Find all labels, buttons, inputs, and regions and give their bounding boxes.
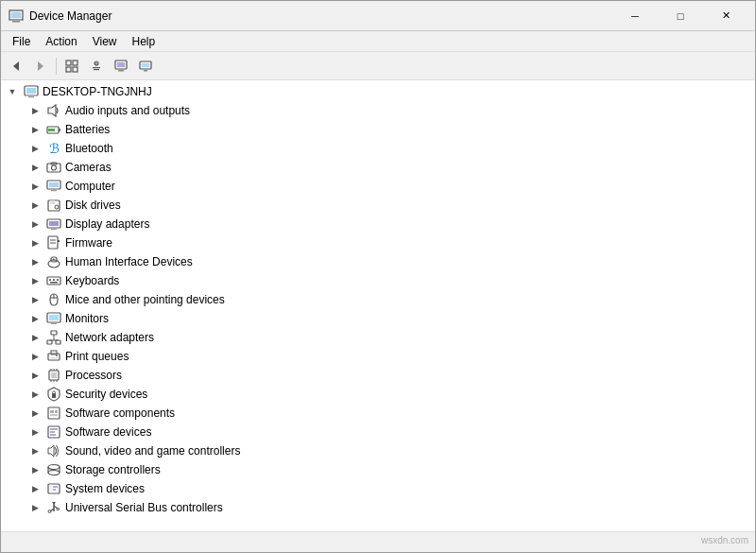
tree-item[interactable]: ▶Display adapters	[1, 215, 755, 233]
item-label: Firmware	[65, 236, 112, 250]
tree-item[interactable]: ▶Batteries	[1, 120, 755, 139]
tree-item[interactable]: ▶Network adapters	[1, 328, 755, 347]
tree-item[interactable]: ▶Mice and other pointing devices	[1, 290, 755, 309]
close-button[interactable]: ✕	[704, 7, 747, 26]
svg-rect-59	[51, 331, 57, 335]
expand-icon[interactable]: ▶	[27, 160, 43, 175]
item-icon	[46, 179, 61, 194]
item-label: Computer	[65, 180, 115, 193]
expand-icon[interactable]: ▶	[27, 292, 43, 307]
svg-rect-61	[56, 340, 60, 344]
tree-item[interactable]: ▶System devices	[1, 479, 755, 498]
tree-item[interactable]: ▶ℬBluetooth	[1, 139, 755, 158]
tree-item[interactable]: ▶Processors	[1, 366, 755, 385]
svg-rect-12	[94, 69, 99, 70]
expand-icon[interactable]: ▶	[27, 273, 43, 288]
item-label: Network adapters	[65, 331, 154, 344]
expand-icon[interactable]: ▶	[27, 406, 43, 421]
item-label: Bluetooth	[65, 142, 113, 155]
show-hide-button[interactable]	[60, 56, 83, 77]
svg-rect-43	[58, 240, 60, 242]
expand-icon[interactable]: ▶	[27, 122, 43, 137]
root-label: DESKTOP-TNGJNHJ	[43, 85, 152, 98]
toolbar-separator-1	[56, 58, 57, 75]
svg-rect-27	[48, 129, 55, 131]
svg-rect-57	[49, 315, 59, 320]
tree-item[interactable]: ▶Storage controllers	[1, 460, 755, 479]
tree-item[interactable]: ▶Security devices	[1, 385, 755, 404]
item-icon	[46, 103, 61, 118]
svg-point-38	[55, 205, 59, 209]
minimize-button[interactable]: ─	[613, 7, 657, 26]
svg-marker-97	[52, 502, 56, 505]
svg-rect-82	[50, 414, 58, 416]
status-bar	[1, 531, 755, 552]
tree-item[interactable]: ▶Sound, video and game controllers	[1, 441, 755, 460]
toolbar: i	[1, 52, 755, 80]
tree-item[interactable]: ▶Human Interface Devices	[1, 252, 755, 271]
svg-marker-5	[38, 61, 43, 71]
tree-item[interactable]: ▶Computer	[1, 177, 755, 196]
maximize-button[interactable]: □	[659, 7, 702, 26]
item-icon	[46, 160, 61, 175]
expand-icon[interactable]: ▶	[27, 216, 43, 232]
item-label: Processors	[65, 369, 122, 382]
svg-rect-22	[26, 88, 36, 94]
svg-rect-60	[47, 340, 52, 344]
root-expand-icon[interactable]: ▼	[5, 84, 20, 99]
item-label: Print queues	[65, 350, 129, 363]
expand-icon[interactable]: ▶	[27, 141, 43, 156]
svg-rect-6	[66, 60, 71, 65]
tree-item[interactable]: ▶Software components	[1, 404, 755, 423]
expand-icon[interactable]: ▶	[27, 500, 43, 515]
tree-item[interactable]: ▶Cameras	[1, 158, 755, 177]
item-icon	[46, 198, 61, 213]
item-icon	[46, 122, 61, 137]
properties-button[interactable]: i	[85, 56, 108, 77]
tree-item[interactable]: ▶Universal Serial Bus controllers	[1, 498, 755, 517]
expand-icon[interactable]: ▶	[27, 443, 43, 458]
item-icon	[46, 254, 61, 269]
expand-icon[interactable]: ▶	[27, 330, 43, 345]
scan-button[interactable]	[134, 56, 157, 77]
menu-view[interactable]: View	[85, 33, 125, 50]
tree-item[interactable]: ▶Keyboards	[1, 271, 755, 290]
expand-icon[interactable]: ▶	[27, 103, 43, 118]
tree-children: ▶Audio inputs and outputs▶Batteries▶ℬBlu…	[1, 101, 755, 517]
menu-action[interactable]: Action	[38, 33, 84, 50]
expand-icon[interactable]: ▶	[27, 311, 43, 326]
tree-item[interactable]: ▶Software devices	[1, 423, 755, 441]
device-tree[interactable]: ▼ DESKTOP-TNGJNHJ ▶Audio inputs and outp…	[1, 80, 755, 531]
tree-item[interactable]: ▶Print queues	[1, 347, 755, 366]
update-button[interactable]	[110, 56, 132, 77]
svg-rect-23	[28, 96, 34, 97]
expand-icon[interactable]: ▶	[27, 254, 43, 269]
svg-point-31	[52, 165, 57, 170]
svg-rect-68	[56, 354, 58, 356]
item-label: Software components	[65, 406, 175, 420]
menu-help[interactable]: Help	[125, 33, 163, 50]
menu-file[interactable]: File	[5, 33, 38, 50]
expand-icon[interactable]: ▶	[27, 368, 43, 383]
tree-item[interactable]: ▶Firmware	[1, 233, 755, 252]
forward-button[interactable]	[29, 56, 52, 77]
item-icon	[46, 349, 61, 364]
tree-item[interactable]: ▶Audio inputs and outputs	[1, 101, 755, 120]
expand-icon[interactable]: ▶	[27, 424, 43, 440]
expand-icon[interactable]: ▶	[27, 198, 43, 213]
item-label: Batteries	[65, 123, 110, 136]
item-icon	[46, 368, 61, 383]
expand-icon[interactable]: ▶	[27, 349, 43, 364]
tree-item[interactable]: ▶Monitors	[1, 309, 755, 328]
expand-icon[interactable]: ▶	[27, 462, 43, 477]
tree-item[interactable]: ▶Disk drives	[1, 196, 755, 215]
expand-icon[interactable]: ▶	[27, 387, 43, 402]
tree-root[interactable]: ▼ DESKTOP-TNGJNHJ	[1, 82, 755, 101]
expand-icon[interactable]: ▶	[27, 481, 43, 496]
main-window: Device Manager ─ □ ✕ File Action View He…	[0, 0, 756, 553]
svg-rect-94	[53, 486, 58, 488]
expand-icon[interactable]: ▶	[27, 179, 43, 194]
expand-icon[interactable]: ▶	[27, 235, 43, 251]
item-label: Monitors	[65, 312, 109, 325]
back-button[interactable]	[5, 56, 27, 77]
